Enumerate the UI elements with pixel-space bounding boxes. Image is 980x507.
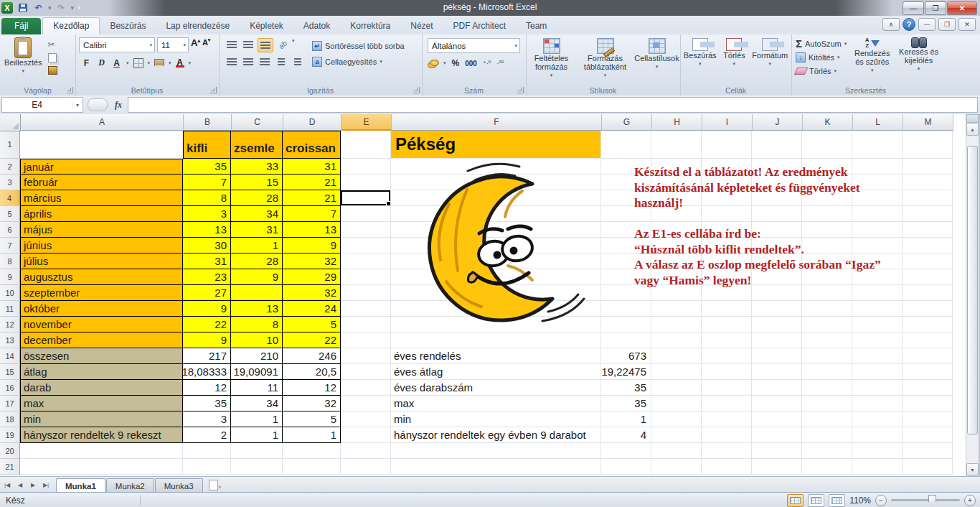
- cell-H14[interactable]: [651, 348, 702, 364]
- cell-F21[interactable]: [391, 459, 601, 475]
- cell-D13[interactable]: 22: [283, 332, 341, 348]
- cell-C12[interactable]: 8: [231, 317, 283, 332]
- cell-B1[interactable]: kifli: [183, 131, 231, 159]
- cell-D19[interactable]: 1: [283, 427, 341, 443]
- tab-adatok[interactable]: Adatok: [293, 18, 340, 34]
- cell-E21[interactable]: [341, 459, 391, 475]
- cell-G15[interactable]: 19,22475: [601, 364, 651, 380]
- cell-I16[interactable]: [702, 380, 752, 396]
- cell-D2[interactable]: 31: [283, 159, 341, 175]
- cell-L17[interactable]: [852, 396, 903, 411]
- paste-button[interactable]: Beillesztés▾: [4, 37, 42, 75]
- tab-lap-elrendezése[interactable]: Lap elrendezése: [156, 18, 240, 34]
- cell-I11[interactable]: [702, 301, 752, 317]
- align-center-icon[interactable]: [241, 55, 255, 68]
- fill-button[interactable]: ↓ Kitöltés▾: [796, 51, 847, 63]
- row-header-6[interactable]: 6: [0, 222, 20, 238]
- decrease-indent-icon[interactable]: [274, 55, 288, 68]
- cell-K1[interactable]: [802, 131, 852, 159]
- row-header-17[interactable]: 17: [0, 396, 20, 411]
- tab-kezdőlap[interactable]: Kezdőlap: [42, 17, 100, 34]
- cell-J12[interactable]: [752, 317, 802, 332]
- column-header-F[interactable]: F: [392, 114, 602, 131]
- sort-filter-button[interactable]: AZ Rendezés és szűrés▾: [851, 37, 893, 77]
- cell-I15[interactable]: [702, 364, 752, 380]
- cell-K16[interactable]: [802, 380, 852, 396]
- cell-E13[interactable]: [341, 332, 391, 348]
- selected-cell-E4[interactable]: [341, 190, 391, 206]
- cell-E19[interactable]: [341, 427, 391, 443]
- page-layout-view-icon[interactable]: [808, 494, 824, 507]
- cell-C16[interactable]: 11: [231, 380, 283, 396]
- column-header-G[interactable]: G: [602, 114, 652, 131]
- cell-G16[interactable]: 35: [601, 380, 651, 396]
- row-header-9[interactable]: 9: [0, 269, 20, 285]
- cell-J14[interactable]: [752, 348, 802, 364]
- cell-L1[interactable]: [852, 131, 903, 159]
- column-header-B[interactable]: B: [184, 114, 232, 131]
- orientation-icon[interactable]: ab: [273, 35, 293, 55]
- cell-B2[interactable]: 35: [183, 159, 231, 175]
- row-header-11[interactable]: 11: [0, 301, 20, 317]
- row-header-20[interactable]: 20: [0, 443, 20, 459]
- cell-I14[interactable]: [702, 348, 752, 364]
- collapse-ribbon-icon[interactable]: ∧: [882, 18, 900, 31]
- cell-K14[interactable]: [802, 348, 852, 364]
- increase-decimal-icon[interactable]: ⁺·⁰: [483, 60, 491, 67]
- find-select-button[interactable]: Keresés és kijelölés▾: [897, 37, 940, 77]
- cell-C2[interactable]: 33: [231, 159, 283, 175]
- merge-cells-button[interactable]: a Cellaegyesítés▾: [312, 55, 405, 68]
- cell-E1[interactable]: [341, 131, 391, 159]
- cell-J19[interactable]: [752, 427, 802, 443]
- cell-K19[interactable]: [802, 427, 852, 443]
- cell-D10[interactable]: 32: [283, 285, 341, 301]
- cell-A16[interactable]: darab: [20, 380, 183, 396]
- insert-worksheet-icon[interactable]: [207, 479, 222, 490]
- percent-icon[interactable]: %: [452, 58, 460, 68]
- cell-G1[interactable]: [601, 131, 651, 159]
- cell-A11[interactable]: október: [20, 301, 183, 317]
- cell-C11[interactable]: 13: [231, 301, 283, 317]
- cell-G18[interactable]: 1: [601, 411, 651, 427]
- cell-E5[interactable]: [341, 206, 391, 222]
- font-name-select[interactable]: Calibri▾: [79, 37, 155, 52]
- row-header-4[interactable]: 4: [0, 190, 20, 206]
- cell-G21[interactable]: [601, 459, 651, 475]
- cell-B12[interactable]: 22: [183, 317, 231, 332]
- cell-M20[interactable]: [903, 443, 953, 459]
- cell-E14[interactable]: [341, 348, 391, 364]
- cell-L20[interactable]: [852, 443, 903, 459]
- cell-A9[interactable]: augusztus: [20, 269, 183, 285]
- cell-M14[interactable]: [903, 348, 953, 364]
- cell-H21[interactable]: [651, 459, 702, 475]
- cell-K15[interactable]: [802, 364, 852, 380]
- cell-D3[interactable]: 21: [283, 175, 341, 190]
- cell-H11[interactable]: [651, 301, 702, 317]
- vertical-split-handle[interactable]: [966, 114, 979, 123]
- cell-D7[interactable]: 9: [283, 238, 341, 254]
- cell-D6[interactable]: 13: [283, 222, 341, 238]
- grow-font-icon[interactable]: A▴: [191, 37, 200, 52]
- cell-E20[interactable]: [341, 443, 391, 459]
- cell-E10[interactable]: [341, 285, 391, 301]
- clipboard-dialog-launcher[interactable]: [67, 87, 73, 93]
- cell-A8[interactable]: július: [20, 254, 183, 269]
- cell-F19[interactable]: hányszor rendeltek egy évben 9 darabot: [391, 427, 601, 443]
- sheet-tab-munka1[interactable]: Munka1: [56, 478, 105, 493]
- row-header-12[interactable]: 12: [0, 317, 20, 332]
- cell-L19[interactable]: [852, 427, 903, 443]
- cell-M21[interactable]: [903, 459, 953, 475]
- row-header-18[interactable]: 18: [0, 411, 20, 427]
- cell-A20[interactable]: [20, 443, 183, 459]
- cell-D14[interactable]: 246: [283, 348, 341, 364]
- cell-C20[interactable]: [231, 443, 283, 459]
- cell-L15[interactable]: [852, 364, 903, 380]
- number-dialog-launcher[interactable]: [517, 87, 524, 93]
- column-header-A[interactable]: A: [21, 114, 184, 131]
- cell-H18[interactable]: [651, 411, 702, 427]
- cell-C6[interactable]: 31: [231, 222, 283, 238]
- cell-D9[interactable]: 29: [283, 269, 341, 285]
- cell-C15[interactable]: 19,09091: [231, 364, 283, 380]
- cell-E16[interactable]: [341, 380, 391, 396]
- cell-M17[interactable]: [903, 396, 953, 411]
